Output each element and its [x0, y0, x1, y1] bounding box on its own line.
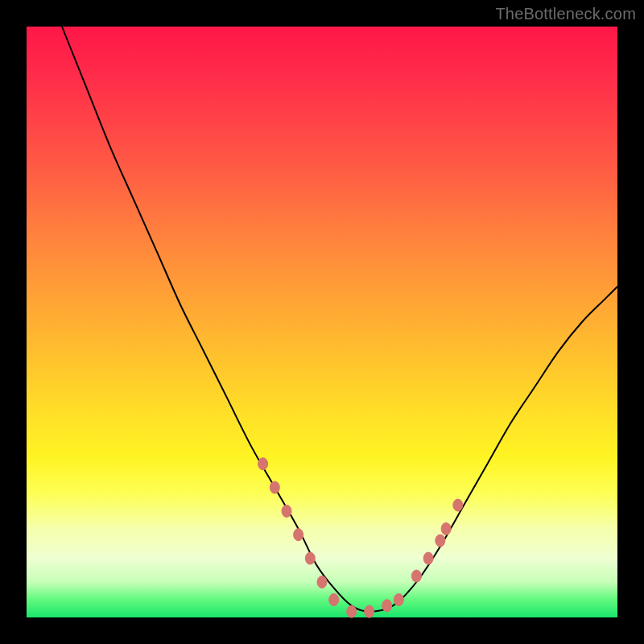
- curve-marker: [382, 600, 392, 612]
- watermark-text: TheBottleneck.com: [495, 5, 636, 23]
- curve-marker: [270, 481, 279, 493]
- curve-marker: [453, 499, 463, 511]
- chart-frame: TheBottleneck.com: [0, 0, 644, 644]
- curve-marker: [317, 576, 327, 588]
- bottleneck-curve: [62, 27, 617, 612]
- curve-marker: [365, 605, 374, 617]
- curve-marker: [441, 522, 451, 535]
- curve-marker: [282, 505, 291, 517]
- curve-marker: [305, 552, 315, 564]
- curve-marker: [394, 594, 403, 606]
- curve-marker: [411, 570, 421, 582]
- curve-marker: [329, 594, 339, 606]
- plot-area: [27, 27, 617, 617]
- curve-marker: [347, 605, 357, 617]
- curve-marker: [294, 529, 303, 541]
- curve-marker: [423, 552, 433, 564]
- chart-svg: [27, 27, 617, 617]
- marker-group: [258, 458, 463, 618]
- curve-marker: [258, 458, 268, 470]
- curve-marker: [436, 535, 445, 547]
